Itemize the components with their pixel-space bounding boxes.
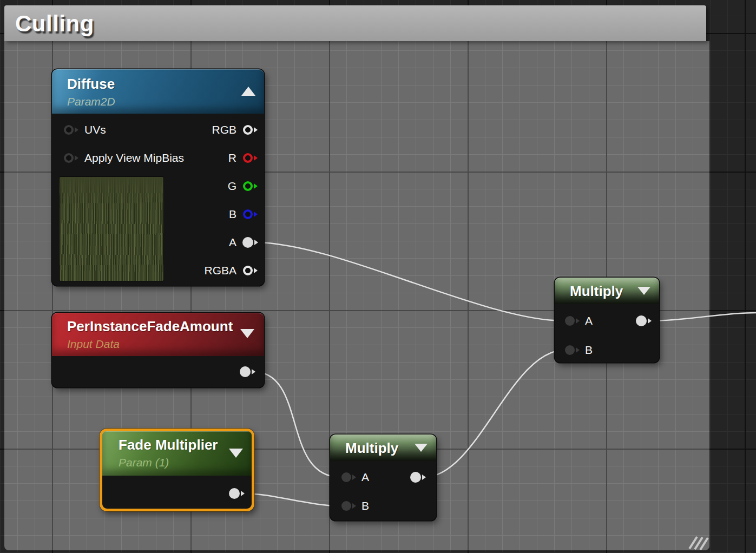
pin-label-rgba: RGBA [204, 264, 236, 277]
node-multiply-right[interactable]: Multiply A B [555, 278, 659, 363]
comment-header-culling[interactable]: Culling [4, 5, 706, 41]
node-title: Diffuse [67, 76, 115, 93]
pin-b-input[interactable] [565, 345, 575, 355]
expand-arrow-icon[interactable] [240, 329, 254, 338]
node-fade-multiplier[interactable]: Fade Multiplier Param (1) [102, 431, 252, 509]
pin-uvs-input[interactable] [64, 125, 74, 135]
node-subtitle: Input Data [67, 338, 120, 351]
node-subtitle: Param2D [67, 95, 115, 108]
expand-arrow-icon[interactable] [229, 449, 243, 458]
expand-arrow-icon[interactable] [637, 287, 650, 295]
node-perinstancefadeamount[interactable]: PerInstanceFadeAmount Input Data [52, 313, 264, 387]
material-graph-canvas[interactable]: Culling Diffuse Param2D UVs Apply View M… [0, 0, 756, 553]
comment-resize-handle[interactable] [688, 531, 709, 552]
pin-label-g: G [228, 180, 236, 193]
pin-mipbias-input[interactable] [64, 153, 74, 163]
pin-label-r: R [228, 152, 236, 164]
pin-output[interactable] [240, 366, 251, 377]
pin-a-output[interactable] [242, 237, 253, 248]
pin-output[interactable] [229, 488, 240, 499]
pin-rgb-output[interactable] [243, 125, 253, 135]
pin-label-mipbias: Apply View MipBias [84, 152, 184, 164]
pin-a-input[interactable] [341, 472, 351, 482]
node-title: Multiply [570, 283, 623, 300]
node-multiply-lower[interactable]: Multiply A B [330, 435, 436, 521]
pin-output[interactable] [636, 315, 647, 326]
pin-label-b: B [229, 208, 236, 221]
pin-b-output[interactable] [243, 209, 253, 219]
pin-output[interactable] [410, 472, 421, 483]
node-title: PerInstanceFadeAmount [67, 318, 233, 335]
texture-preview-grass[interactable] [60, 177, 163, 281]
pin-a-input[interactable] [565, 316, 575, 326]
pin-label-a: A [229, 236, 236, 249]
pin-label-uvs: UVs [84, 123, 106, 136]
node-subtitle: Param (1) [119, 456, 169, 469]
pin-rgba-output[interactable] [243, 266, 253, 275]
pin-label-a: A [585, 314, 593, 327]
pin-label-a: A [361, 471, 369, 484]
collapse-arrow-icon[interactable] [241, 87, 255, 96]
node-diffuse-param2d[interactable]: Diffuse Param2D UVs Apply View MipBias R… [52, 69, 264, 286]
pin-b-input[interactable] [341, 501, 351, 511]
expand-arrow-icon[interactable] [415, 444, 428, 452]
node-fade-multiplier-selection: Fade Multiplier Param (1) [100, 429, 254, 511]
pin-label-b: B [361, 499, 369, 512]
pin-label-rgb: RGB [212, 123, 236, 136]
comment-title: Culling [15, 11, 94, 37]
pin-r-output[interactable] [243, 153, 253, 163]
pin-label-b: B [585, 344, 593, 357]
node-title: Fade Multiplier [119, 437, 218, 453]
node-title: Multiply [345, 440, 398, 457]
pin-g-output[interactable] [243, 181, 253, 191]
